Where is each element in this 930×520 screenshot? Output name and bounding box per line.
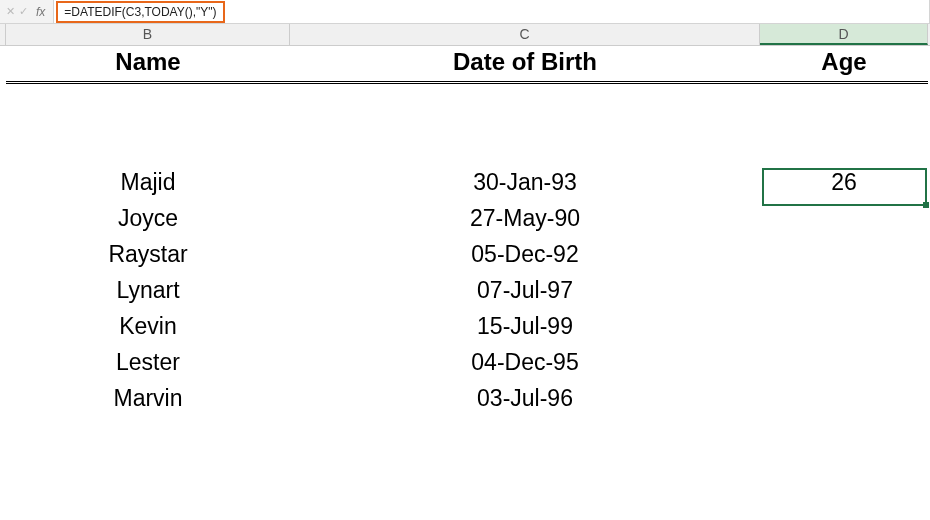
cell-dob[interactable]: 07-Jul-97	[290, 272, 760, 308]
cell-age[interactable]	[760, 344, 928, 380]
cancel-icon[interactable]: ✕	[6, 5, 15, 18]
cell-name[interactable]: Kevin	[6, 308, 290, 344]
formula-input[interactable]: =DATEDIF(C3,TODAY(),"Y")	[56, 1, 224, 23]
cell-age[interactable]	[760, 236, 928, 272]
cell-dob[interactable]: 27-May-90	[290, 200, 760, 236]
header-name[interactable]: Name	[6, 46, 290, 82]
cell-dob[interactable]: 04-Dec-95	[290, 344, 760, 380]
table-row: Joyce 27-May-90	[6, 200, 928, 236]
table-row: Lynart 07-Jul-97	[6, 272, 928, 308]
table-row: Lester 04-Dec-95	[6, 344, 928, 380]
table-row: Marvin 03-Jul-96	[6, 380, 928, 416]
enter-icon[interactable]: ✓	[19, 5, 28, 18]
cell-age[interactable]	[760, 380, 928, 416]
header-dob[interactable]: Date of Birth	[290, 46, 760, 82]
column-header-C[interactable]: C	[290, 24, 760, 45]
cell-name[interactable]: Majid	[6, 164, 290, 200]
column-header-D[interactable]: D	[760, 24, 928, 45]
cell-age[interactable]: 26	[760, 164, 928, 200]
cell-dob[interactable]: 30-Jan-93	[290, 164, 760, 200]
column-header-B[interactable]: B	[6, 24, 290, 45]
table-row: Majid 30-Jan-93 26	[6, 164, 928, 200]
cell-age[interactable]	[760, 272, 928, 308]
table-row: Raystar 05-Dec-92	[6, 236, 928, 272]
cell-name[interactable]: Lester	[6, 344, 290, 380]
table-row: Kevin 15-Jul-99	[6, 308, 928, 344]
formula-input-wrap[interactable]: =DATEDIF(C3,TODAY(),"Y")	[54, 0, 930, 23]
table-body: Majid 30-Jan-93 26 Joyce 27-May-90 Rayst…	[6, 164, 928, 416]
spreadsheet-grid[interactable]: Name Date of Birth Age Majid 30-Jan-93 2…	[0, 46, 930, 416]
column-headers: B C D	[0, 24, 930, 46]
cell-age[interactable]	[760, 200, 928, 236]
cell-dob[interactable]: 15-Jul-99	[290, 308, 760, 344]
data-table: Name Date of Birth Age Majid 30-Jan-93 2…	[6, 46, 928, 416]
cell-name[interactable]: Joyce	[6, 200, 290, 236]
formula-controls: ✕ ✓	[0, 5, 32, 18]
formula-bar: ✕ ✓ fx =DATEDIF(C3,TODAY(),"Y")	[0, 0, 930, 24]
cell-name[interactable]: Raystar	[6, 236, 290, 272]
cell-name[interactable]: Marvin	[6, 380, 290, 416]
header-age[interactable]: Age	[760, 46, 928, 82]
spacer-row	[6, 82, 928, 164]
fx-label[interactable]: fx	[32, 0, 54, 23]
cell-dob[interactable]: 03-Jul-96	[290, 380, 760, 416]
cell-age[interactable]	[760, 308, 928, 344]
header-row: Name Date of Birth Age	[6, 46, 928, 82]
cell-dob[interactable]: 05-Dec-92	[290, 236, 760, 272]
cell-name[interactable]: Lynart	[6, 272, 290, 308]
